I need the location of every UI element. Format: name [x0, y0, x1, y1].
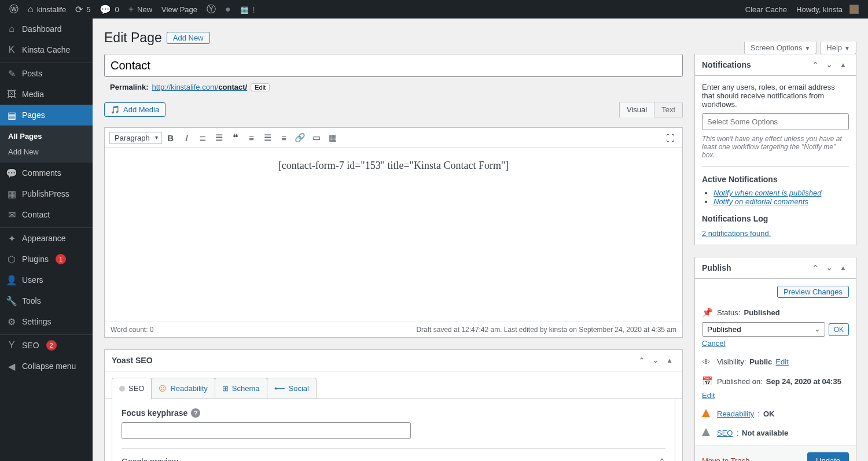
sidebar-item-posts[interactable]: ✎Posts	[0, 63, 93, 84]
add-media-button[interactable]: 🎵Add Media	[104, 102, 165, 117]
sidebar-item-label: Media	[22, 90, 44, 99]
plus-icon: +	[128, 4, 134, 14]
view-page-link[interactable]: View Page	[157, 0, 202, 19]
caret-up-icon[interactable]: ▴	[837, 61, 849, 69]
add-new-button[interactable]: Add New	[167, 32, 210, 44]
yoast-social-tab[interactable]: ⟵Social	[267, 378, 317, 399]
edit-permalink-button[interactable]: Edit	[251, 83, 270, 91]
notifications-header[interactable]: Notifications ⌃ ⌄ ▴	[695, 54, 856, 76]
yoast-schema-tab[interactable]: ⊞Schema	[215, 378, 267, 399]
yoast-bar[interactable]: Ⓨ	[202, 0, 220, 19]
yoast-readability-tab[interactable]: ☹Readability	[151, 378, 215, 399]
sidebar-item-settings[interactable]: ⚙Settings	[0, 311, 93, 332]
align-center-button[interactable]: ☰	[260, 130, 275, 145]
text-tab[interactable]: Text	[654, 102, 683, 117]
bullet-list-button[interactable]: ≣	[196, 130, 211, 145]
sidebar-subitem-add-new[interactable]: Add New	[0, 144, 93, 160]
sidebar-item-seo[interactable]: YSEO2	[0, 335, 93, 356]
account-link[interactable]: Howdy, kinsta	[792, 0, 863, 19]
sidebar-item-pages[interactable]: ▤Pages	[0, 105, 93, 126]
update-button[interactable]: Update	[807, 452, 849, 461]
comments-link[interactable]: 💬0	[95, 0, 123, 19]
notification-link[interactable]: Notify when content is published	[713, 189, 821, 197]
status-select[interactable]: Published	[702, 322, 825, 337]
chevron-up-icon[interactable]: ⌃	[810, 264, 821, 272]
updates-link[interactable]: ⟳5	[71, 0, 95, 19]
qm-bar[interactable]: ▦!	[236, 0, 260, 19]
wp-logo[interactable]: ⓦ	[5, 0, 23, 19]
status-cancel-link[interactable]: Cancel	[702, 339, 725, 348]
permalink-link[interactable]: http://kinstalife.com/contact/	[152, 83, 247, 91]
site-link[interactable]: ⌂kinstalife	[23, 0, 71, 19]
readability-link[interactable]: Readability	[717, 410, 754, 418]
clear-cache-link[interactable]: Clear Cache	[741, 0, 792, 19]
chevron-down-icon[interactable]: ⌄	[823, 61, 835, 69]
sidebar-item-media[interactable]: 🖾Media	[0, 84, 93, 105]
link-button[interactable]: 🔗	[293, 130, 308, 145]
published-edit-link[interactable]: Edit	[702, 391, 715, 400]
status-label: Status:	[717, 308, 740, 317]
chevron-down-icon[interactable]: ⌄	[650, 356, 661, 364]
sidebar-item-users[interactable]: 👤Users	[0, 270, 93, 290]
editor-toolbar: Paragraph B I ≣ ☰ ❝ ≡ ☰ ≡ 🔗 ▭ ▦ ⛶	[105, 128, 682, 148]
sidebar-item-appearance[interactable]: ✦Appearance	[0, 228, 93, 249]
menu-icon: ⬡	[6, 253, 17, 265]
chevron-up-icon[interactable]: ⌃	[810, 61, 821, 69]
seo-link[interactable]: SEO	[717, 429, 733, 437]
sidebar-item-label: Dashboard	[22, 24, 62, 34]
readmore-button[interactable]: ▭	[309, 130, 324, 145]
preview-changes-button[interactable]: Preview Changes	[777, 286, 849, 298]
editor-content[interactable]: [contact-form-7 id="153" title="Kinsta C…	[105, 148, 682, 322]
focus-keyphrase-input[interactable]	[122, 422, 411, 439]
visual-tab[interactable]: Visual	[619, 102, 654, 117]
qm-icon: ▦	[240, 4, 249, 15]
caret-up-icon[interactable]: ▴	[837, 264, 849, 272]
align-left-button[interactable]: ≡	[244, 130, 259, 145]
fullscreen-button[interactable]: ⛶	[663, 130, 678, 145]
publish-header[interactable]: Publish ⌃ ⌄ ▴	[695, 257, 856, 279]
help-icon[interactable]: ?	[191, 408, 200, 418]
move-to-trash-link[interactable]: Move to Trash	[702, 456, 749, 461]
blockquote-button[interactable]: ❝	[228, 130, 243, 145]
grid-icon: ⊞	[222, 384, 229, 393]
sidebar-item-publishpress[interactable]: ▦PublishPress	[0, 183, 93, 204]
notifications-log-heading: Notifications Log	[702, 214, 849, 223]
status-dot[interactable]: ●	[220, 0, 236, 19]
format-select[interactable]: Paragraph	[109, 132, 162, 144]
chevron-down-icon[interactable]: ⌄	[823, 264, 835, 272]
screen-options-tab[interactable]: Screen Options▼	[744, 42, 817, 54]
menu-icon: ▦	[6, 188, 17, 200]
italic-button[interactable]: I	[179, 130, 194, 145]
editor-status: Draft saved at 12:47:42 am. Last edited …	[416, 326, 676, 334]
notifications-log-link[interactable]: 2 notifications found.	[702, 229, 849, 238]
caret-up-icon[interactable]: ▴	[664, 356, 675, 364]
sidebar-item-label: Comments	[22, 168, 61, 178]
published-on-value: Sep 24, 2020 at 04:35	[766, 377, 841, 386]
yoast-metabox-header[interactable]: Yoast SEO ⌃ ⌄ ▴	[105, 350, 682, 371]
chevron-up-icon[interactable]: ⌃	[659, 457, 665, 461]
align-right-button[interactable]: ≡	[277, 130, 292, 145]
sidebar-item-comments[interactable]: 💬Comments	[0, 163, 93, 183]
toolbar-toggle-button[interactable]: ▦	[325, 130, 340, 145]
status-ok-button[interactable]: OK	[829, 323, 849, 336]
bold-button[interactable]: B	[163, 130, 178, 145]
sidebar-subitem-all-pages[interactable]: All Pages	[0, 128, 93, 144]
chevron-up-icon[interactable]: ⌃	[636, 356, 648, 364]
menu-icon: ▤	[6, 109, 17, 121]
yoast-seo-tab[interactable]: SEO	[112, 378, 152, 399]
notification-link[interactable]: Notify on editorial comments	[713, 197, 808, 206]
post-title-input[interactable]	[104, 54, 683, 77]
sidebar-item-contact[interactable]: ✉Contact	[0, 204, 93, 225]
sidebar-item-kinsta-cache[interactable]: KKinsta Cache	[0, 39, 93, 60]
sidebar-item-dashboard[interactable]: ⌂Dashboard	[0, 19, 93, 39]
visibility-edit-link[interactable]: Edit	[775, 357, 788, 366]
sidebar-item-tools[interactable]: 🔧Tools	[0, 290, 93, 311]
sidebar-item-collapse-menu[interactable]: ◀Collapse menu	[0, 356, 93, 377]
new-link[interactable]: +New	[124, 0, 157, 19]
sidebar-item-plugins[interactable]: ⬡Plugins1	[0, 249, 93, 270]
number-list-button[interactable]: ☰	[212, 130, 227, 145]
yoast-metabox: Yoast SEO ⌃ ⌄ ▴ SEO ☹Readability ⊞Schema…	[104, 349, 683, 461]
help-tab[interactable]: Help▼	[820, 42, 856, 54]
notifications-select-input[interactable]	[702, 113, 849, 130]
circle-icon: ●	[225, 4, 231, 14]
